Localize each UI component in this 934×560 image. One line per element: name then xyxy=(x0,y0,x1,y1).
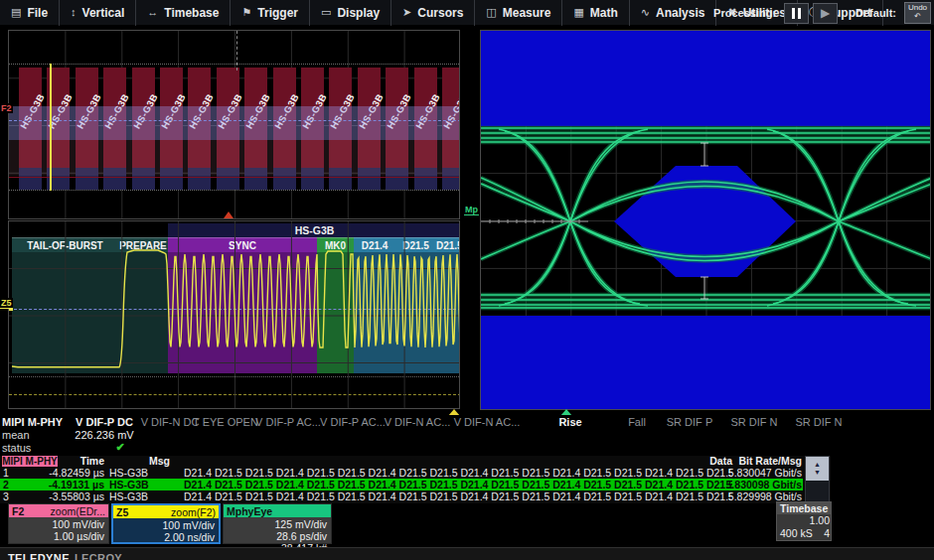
menu-trigger[interactable]: ⚑Trigger xyxy=(231,0,310,26)
play-button[interactable]: ▶ xyxy=(813,3,838,24)
oscilloscope-screen: ▤File↕Vertical↔Timebase⚑Trigger▭Display➤… xyxy=(0,0,934,560)
menu-label: Timebase xyxy=(164,6,219,20)
mask-bottom xyxy=(481,316,931,410)
menu-right-controls: Processing: ▶ Default: Undo ↶ xyxy=(713,0,934,26)
scroll-buttons[interactable]: ▲ ▼ xyxy=(806,457,829,481)
descriptor-body: 100 mV/div2.00 ns/div xyxy=(113,518,219,543)
timebase-box[interactable]: Timebase 1.00 400 kS 4 xyxy=(776,501,832,541)
brand-lecroy: LECROY xyxy=(75,552,122,560)
undo-label: Undo xyxy=(908,3,927,12)
descriptor-id: F2 xyxy=(12,505,24,517)
menu-display[interactable]: ▭Display xyxy=(310,0,391,26)
baseline-red-line xyxy=(9,177,460,178)
timebase-rate: 4 xyxy=(824,527,830,540)
time-cursor-line[interactable] xyxy=(50,64,52,191)
channel-label-z5[interactable]: Z5 xyxy=(0,298,13,309)
measure-col-6[interactable]: V DIF-N AC... xyxy=(385,416,451,428)
table-row[interactable]: 2-4.19131 µsHS-G3BD21.4 D21.5 D21.5 D21.… xyxy=(0,479,803,490)
table-scrollbar[interactable]: ▲ ▼ xyxy=(805,456,830,502)
scroll-up-icon[interactable]: ▲ xyxy=(814,461,821,468)
measure-col-8[interactable]: Rise xyxy=(558,416,581,428)
measure-mean-value: 226.236 mV xyxy=(75,429,133,441)
pause-icon xyxy=(792,8,795,19)
measure-col-3[interactable]: T EYE OPEN xyxy=(193,416,258,428)
menu-timebase[interactable]: ↔Timebase xyxy=(136,0,231,26)
measure-row-status-label: status xyxy=(2,442,31,454)
menu-label: Display xyxy=(337,6,380,20)
col-header-time[interactable]: Time xyxy=(30,456,104,467)
pause-button[interactable] xyxy=(784,3,809,24)
measure-group-label: MIPI M-PHY xyxy=(2,416,63,428)
menu-cursors[interactable]: ➤Cursors xyxy=(391,0,475,26)
timebase-line1: 1.00 xyxy=(777,514,831,527)
descriptor-body: 100 mV/div1.00 µs/div xyxy=(9,517,108,542)
measure-col-2[interactable]: V DIF-N DC xyxy=(141,416,200,428)
table-row[interactable]: 3-3.55803 µsHS-G3BD21.4 D21.5 D21.5 D21.… xyxy=(0,490,803,502)
burst-overview-graph[interactable]: HS-G3BHS-G3BHS-G3BHS-G3BHS-G3BHS-G3BHS-G… xyxy=(8,30,460,219)
file-icon: ▤ xyxy=(11,7,21,18)
processing-label: Processing: xyxy=(713,7,776,19)
descriptor-header: MphyEye xyxy=(224,504,331,517)
measure-col-4[interactable]: V DIF-P AC... xyxy=(255,416,321,428)
row-data: D21.4 D21.5 D21.5 D21.4 D21.5 D21.5 D21.… xyxy=(184,467,732,479)
measure-col-1[interactable]: V DIF-P DC xyxy=(76,416,133,428)
measure-col-5[interactable]: V DIF-P AC... xyxy=(320,416,386,428)
descriptor-title: zoom(EDr... xyxy=(51,505,105,517)
timebase-icon: ↔ xyxy=(147,7,158,18)
menu-label: Math xyxy=(590,6,618,20)
descriptor-f2[interactable]: F2zoom(EDr...100 mV/div1.00 µs/div xyxy=(8,503,109,544)
lower-tint-band xyxy=(9,140,460,176)
undo-button[interactable]: Undo ↶ xyxy=(904,2,931,24)
measure-col-12[interactable]: SR DIF N xyxy=(795,416,842,428)
descriptor-header: F2zoom(EDr... xyxy=(9,504,108,517)
default-label: Default: xyxy=(856,7,896,19)
zoom-decode-graph[interactable]: HS-G3B TAIL-OF-BURSTPREPARESYNCMK0D21.4D… xyxy=(8,220,460,409)
eye-diagram-graph[interactable] xyxy=(480,30,931,410)
zoom-center-dashed-line xyxy=(9,120,460,121)
menu-vertical[interactable]: ↕Vertical xyxy=(60,0,136,26)
trigger-icon: ⚑ xyxy=(241,7,251,18)
cursors-icon: ➤ xyxy=(402,7,411,18)
row-time: -4.19131 µs xyxy=(20,479,104,490)
menu-math[interactable]: ▦Math xyxy=(562,0,629,26)
zoom-highlight-band[interactable] xyxy=(9,106,460,140)
tick-row-top xyxy=(9,64,460,65)
measure-col-9[interactable]: Fall xyxy=(628,416,646,428)
table-row[interactable]: 1-4.82459 µsHS-G3BD21.4 D21.5 D21.5 D21.… xyxy=(0,467,803,479)
menu-measure[interactable]: ◫Measure xyxy=(475,0,562,26)
measure-row-mean-label: mean xyxy=(2,429,30,441)
trigger-position-marker[interactable] xyxy=(224,211,234,218)
descriptor-line: 125 mV/div xyxy=(224,518,327,530)
measure-col-7[interactable]: V DIF-N AC... xyxy=(454,416,521,428)
trace-descriptors: F2zoom(EDr...100 mV/div1.00 µs/divZ5zoom… xyxy=(8,503,334,544)
descriptor-z5[interactable]: Z5zoom(F2)100 mV/div2.00 ns/div xyxy=(111,503,221,544)
row-bitrate: 5.830047 Gbit/s xyxy=(686,467,802,479)
row-index: 2 xyxy=(3,479,9,490)
menu-analysis[interactable]: ∿Analysis xyxy=(630,0,717,26)
channel-label-mp[interactable]: Mp xyxy=(464,205,479,215)
scroll-down-icon[interactable]: ▼ xyxy=(814,469,821,476)
descriptor-line: 100 mV/div xyxy=(9,518,104,530)
menu-label: Analysis xyxy=(656,6,704,20)
menu-file[interactable]: ▤File xyxy=(0,0,60,26)
trigger-time-ruler xyxy=(236,31,237,70)
descriptor-line: 100 mV/div xyxy=(113,519,215,531)
descriptor-line: 1.00 µs/div xyxy=(9,530,104,542)
menu-label: Vertical xyxy=(82,6,125,20)
col-header-msg[interactable]: Msg xyxy=(149,456,189,467)
descriptor-header: Z5zoom(F2) xyxy=(113,505,219,518)
descriptor-title: zoom(F2) xyxy=(171,506,216,518)
math-icon: ▦ xyxy=(573,7,583,18)
channel-label-f2[interactable]: F2 xyxy=(0,103,13,113)
col-header-bitrate[interactable]: Bit Rate/Msg xyxy=(702,456,802,467)
descriptor-mphyeye[interactable]: MphyEye125 mV/div28.6 ps/div38.417 k# xyxy=(223,503,332,544)
descriptor-line: 28.6 ps/div xyxy=(224,530,327,542)
zoom-waveform-svg xyxy=(9,221,460,409)
descriptor-line: 2.00 ns/div xyxy=(113,531,215,543)
mask-top xyxy=(481,31,931,126)
measure-summary: MIPI M-PHY mean status V DIF-P DC226.236… xyxy=(0,415,934,455)
measure-col-11[interactable]: SR DIF N xyxy=(730,416,777,428)
eye-svg xyxy=(481,31,931,410)
measure-col-10[interactable]: SR DIF P xyxy=(667,416,712,428)
play-icon: ▶ xyxy=(821,7,830,19)
